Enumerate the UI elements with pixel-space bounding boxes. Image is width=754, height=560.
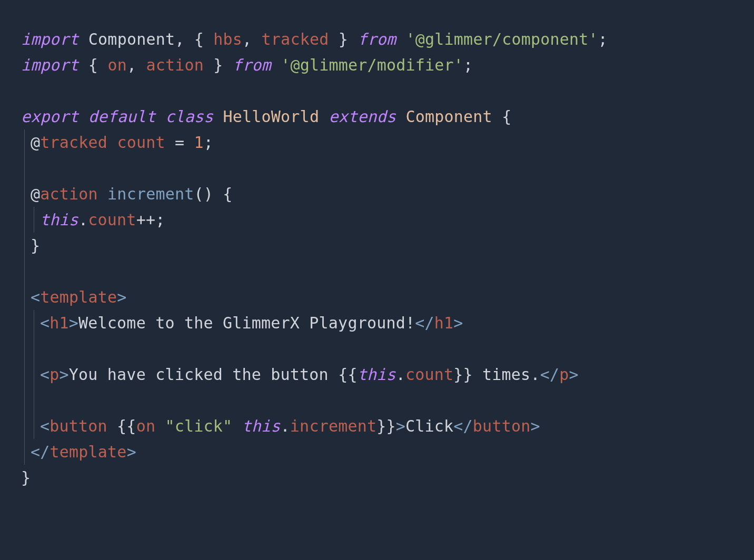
text-welcome: Welcome to the GlimmerX Playground! — [78, 314, 415, 332]
ident-component: Component — [88, 30, 175, 48]
keyword-export: export — [21, 107, 79, 126]
prop-count: count — [117, 133, 165, 152]
tag-p: p — [49, 365, 59, 384]
code-block[interactable]: import Component, { hbs, tracked } from … — [0, 0, 754, 512]
tag-h1: h1 — [49, 314, 69, 332]
text-click: Click — [405, 417, 453, 435]
ident-action: action — [146, 56, 204, 74]
fn-increment: increment — [107, 185, 194, 203]
comma: , — [175, 30, 184, 48]
tag-button: button — [49, 417, 107, 435]
string-click: "click" — [165, 417, 232, 435]
ident-on: on — [107, 56, 127, 74]
decorator-action: action — [40, 185, 98, 203]
number: 1 — [194, 133, 203, 152]
keyword-class: class — [165, 107, 213, 126]
keyword-extends: extends — [329, 107, 396, 126]
decorator-tracked: tracked — [40, 133, 107, 152]
class-name: HelloWorld — [223, 107, 320, 126]
keyword-this: this — [40, 211, 78, 229]
string: '@glimmer/modifier' — [281, 56, 463, 74]
ident-tracked: tracked — [262, 30, 329, 48]
string: '@glimmer/component' — [406, 30, 598, 48]
keyword-import: import — [21, 30, 79, 48]
ident-hbs: hbs — [213, 30, 242, 48]
tag-template: template — [40, 288, 117, 306]
keyword-from: from — [358, 30, 396, 48]
keyword-default: default — [88, 107, 156, 126]
